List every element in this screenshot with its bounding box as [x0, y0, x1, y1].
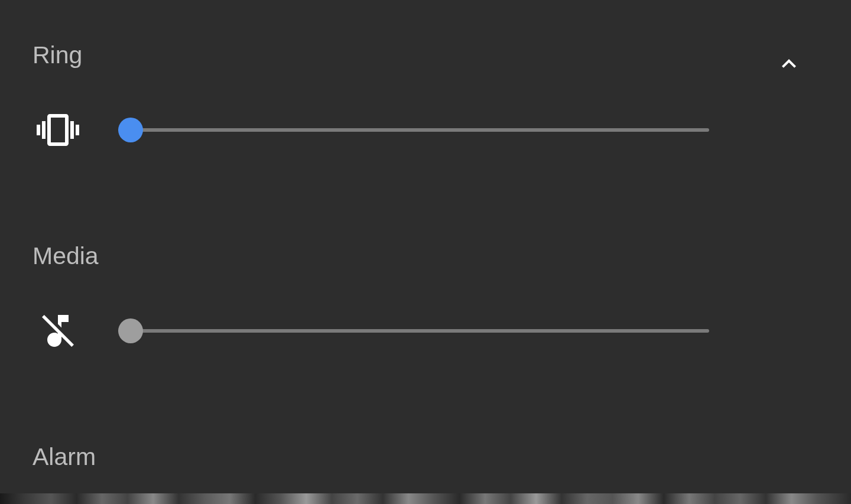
volume-panel: Ring Media Alarm: [0, 0, 851, 504]
vibrate-icon: [33, 109, 83, 151]
music-off-icon: [33, 310, 83, 352]
ring-section: Ring: [33, 41, 818, 151]
media-slider-thumb[interactable]: [118, 318, 143, 343]
chevron-up-icon: [775, 50, 803, 80]
collapse-button[interactable]: [771, 47, 807, 83]
ring-slider-track: [118, 128, 709, 132]
ring-slider-row: [33, 109, 818, 151]
ring-slider[interactable]: [118, 118, 709, 142]
media-slider-row: [33, 310, 818, 352]
ring-slider-thumb[interactable]: [118, 118, 143, 142]
media-slider-track: [118, 329, 709, 333]
alarm-label: Alarm: [33, 443, 818, 471]
ring-label: Ring: [33, 41, 818, 69]
media-slider[interactable]: [118, 319, 709, 343]
wallpaper-peek: [0, 493, 851, 504]
media-label: Media: [33, 242, 818, 270]
media-section: Media: [33, 242, 818, 352]
